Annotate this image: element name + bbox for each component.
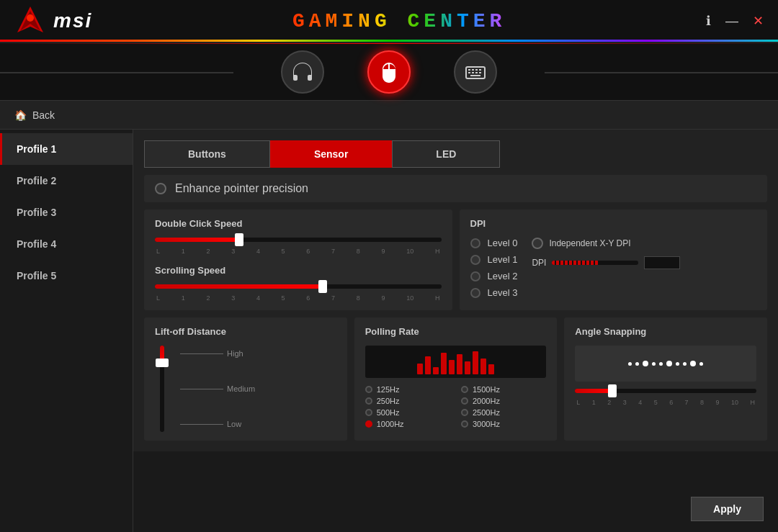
bar-2	[425, 356, 431, 374]
double-click-fill	[155, 238, 241, 242]
dpi-title: DPI	[470, 218, 757, 229]
scrolling-speed-slider[interactable]: L12345678910H	[155, 284, 442, 302]
poll-1000hz-dot	[365, 420, 372, 428]
enhance-precision-label: Enhance pointer precision	[175, 182, 308, 195]
poll-2000hz-dot	[461, 397, 468, 405]
svg-rect-12	[479, 72, 481, 73]
poll-250hz-label: 250Hz	[377, 397, 400, 405]
svg-rect-11	[475, 72, 478, 73]
poll-2500hz-dot	[461, 409, 468, 416]
polling-3000hz[interactable]: 3000Hz	[461, 420, 546, 428]
dpi-level-0-row[interactable]: Level 0	[470, 238, 518, 248]
polling-rate-panel: Polling Rate	[354, 317, 558, 441]
top-panel-grid: Double Click Speed L12345678910H Scrolli…	[144, 209, 767, 310]
enhance-precision-toggle[interactable]	[155, 183, 166, 194]
keyboard-device-button[interactable]	[454, 50, 497, 94]
liftoff-content: High Medium Low	[155, 346, 336, 432]
double-click-thumb[interactable]	[235, 233, 243, 246]
angle-dot-8	[683, 362, 687, 366]
minimize-button[interactable]: —	[725, 14, 738, 27]
main-layout: Profile 1 Profile 2 Profile 3 Profile 4 …	[0, 130, 778, 532]
dpi-track[interactable]	[552, 261, 638, 265]
info-button[interactable]: ℹ	[706, 14, 711, 27]
dpi-level-1-row[interactable]: Level 1	[470, 254, 518, 265]
angle-dot-2	[635, 362, 639, 366]
scrolling-speed-title: Scrolling Speed	[155, 265, 442, 276]
mouse-device-button[interactable]	[367, 50, 411, 94]
poll-250hz-dot	[365, 397, 372, 405]
liftoff-slider[interactable]	[155, 346, 169, 432]
tabs: Buttons Sensor LED	[144, 140, 767, 168]
keyboard-icon	[464, 60, 487, 84]
polling-2500hz[interactable]: 2500Hz	[461, 408, 546, 417]
liftoff-title: Lift-off Distance	[155, 326, 336, 337]
dpi-levels: Level 0 Level 1 Level 2	[470, 238, 518, 298]
svg-rect-6	[472, 69, 474, 71]
angle-snapping-panel: Angle Snapping	[564, 317, 767, 441]
double-click-slider[interactable]: L12345678910H	[155, 238, 442, 255]
svg-rect-9	[468, 72, 470, 73]
speed-panel: Double Click Speed L12345678910H Scrolli…	[144, 209, 452, 310]
liftoff-thumb[interactable]	[156, 359, 169, 367]
sidebar-item-profile4[interactable]: Profile 4	[0, 228, 133, 260]
back-button[interactable]: 🏠 Back	[14, 109, 55, 121]
poll-2500hz-label: 2500Hz	[473, 408, 500, 417]
svg-rect-8	[479, 69, 481, 71]
angle-dot-5	[659, 362, 663, 366]
angle-snapping-slider[interactable]: L12345678910H	[575, 389, 756, 406]
tab-sensor[interactable]: Sensor	[270, 140, 392, 168]
back-label: Back	[32, 109, 55, 121]
liftoff-low-row: Low	[180, 420, 255, 428]
bar-7	[465, 361, 470, 374]
dpi-level-3-label: Level 3	[488, 287, 518, 298]
polling-500hz[interactable]: 500Hz	[365, 408, 450, 417]
liftoff-low-label: Low	[227, 420, 241, 428]
apply-button[interactable]: Apply	[691, 497, 764, 521]
dpi-level-2-dot	[470, 271, 480, 281]
angle-track	[575, 389, 756, 393]
dpi-level-1-label: Level 1	[488, 254, 518, 265]
bar-9	[480, 359, 486, 374]
dpi-level-3-row[interactable]: Level 3	[470, 287, 518, 298]
tab-led[interactable]: LED	[392, 140, 500, 168]
dpi-level-2-row[interactable]: Level 2	[470, 271, 518, 281]
dpi-slider-row: DPI	[532, 256, 680, 269]
angle-labels: L12345678910H	[575, 399, 756, 406]
polling-bars	[417, 349, 494, 374]
device-icons	[281, 50, 497, 94]
svg-rect-5	[468, 69, 470, 71]
dpi-value-box	[644, 256, 680, 269]
dpi-panel: DPI Level 0 Level 1	[460, 209, 768, 310]
independent-dpi-row[interactable]: Independent X-Y DPI	[532, 238, 680, 249]
liftoff-high-label: High	[227, 349, 243, 358]
polling-250hz[interactable]: 250Hz	[365, 397, 450, 405]
double-click-title: Double Click Speed	[155, 218, 442, 229]
sidebar-item-profile1[interactable]: Profile 1	[0, 133, 133, 165]
bar-10	[488, 364, 494, 374]
sidebar: Profile 1 Profile 2 Profile 3 Profile 4 …	[0, 130, 133, 532]
angle-dot-4	[652, 362, 656, 366]
angle-thumb[interactable]	[608, 384, 617, 397]
polling-1500hz[interactable]: 1500Hz	[461, 385, 546, 394]
tab-buttons[interactable]: Buttons	[144, 140, 270, 168]
double-click-labels: L12345678910H	[155, 248, 442, 255]
angle-dot-6	[666, 361, 672, 366]
double-click-track	[155, 238, 442, 242]
poll-125hz-label: 125Hz	[377, 385, 400, 394]
sidebar-item-profile2[interactable]: Profile 2	[0, 165, 133, 197]
svg-rect-13	[470, 75, 480, 76]
sidebar-item-profile3[interactable]: Profile 3	[0, 197, 133, 228]
polling-125hz[interactable]: 125Hz	[365, 385, 450, 394]
close-button[interactable]: ✕	[753, 14, 764, 27]
dpi-level-3-dot	[470, 288, 480, 298]
angle-dot-3	[643, 361, 648, 366]
polling-2000hz[interactable]: 2000Hz	[461, 397, 546, 405]
scrolling-thumb[interactable]	[318, 280, 327, 293]
polling-1000hz[interactable]: 1000Hz	[365, 420, 450, 428]
bar-8	[473, 351, 478, 374]
liftoff-high-line	[180, 353, 223, 354]
liftoff-panel: Lift-off Distance High	[144, 317, 347, 441]
headset-device-button[interactable]	[281, 50, 324, 94]
sidebar-item-profile5[interactable]: Profile 5	[0, 260, 133, 292]
independent-dpi-toggle[interactable]	[532, 238, 543, 249]
